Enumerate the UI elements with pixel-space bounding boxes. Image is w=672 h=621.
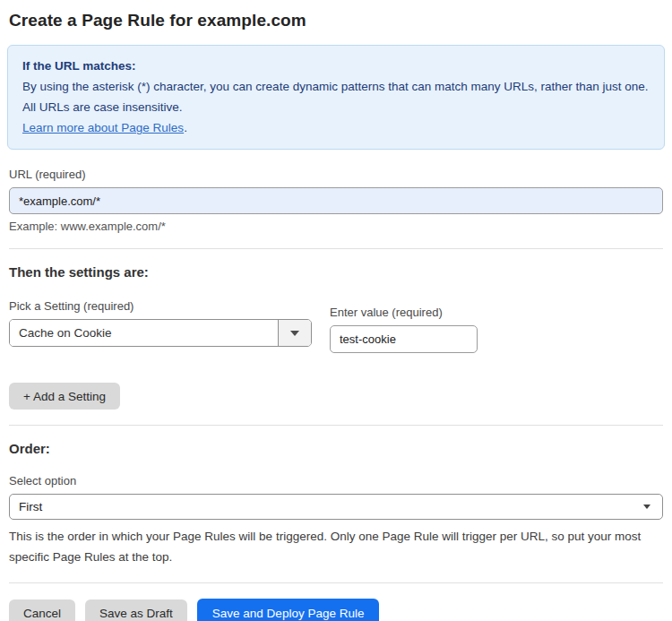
setting-value-label: Enter value (required): [330, 306, 478, 319]
divider: [9, 248, 663, 249]
info-box-body: By using the asterisk (*) character, you…: [22, 76, 650, 117]
cancel-button[interactable]: Cancel: [9, 599, 75, 621]
divider: [9, 582, 663, 583]
setting-value-group: Enter value (required): [330, 306, 478, 353]
setting-picker-group: Pick a Setting (required) Cache on Cooki…: [9, 299, 312, 353]
setting-value-input[interactable]: [330, 325, 478, 353]
url-field-group: URL (required) Example: www.example.com/…: [9, 168, 663, 233]
order-section: Order: Select option First This is the o…: [9, 441, 663, 567]
order-select-value: First: [19, 500, 42, 513]
url-input[interactable]: [9, 187, 663, 214]
setting-select-arrow-button[interactable]: [278, 320, 311, 346]
settings-section: Then the settings are: Pick a Setting (r…: [9, 264, 663, 410]
add-setting-button[interactable]: + Add a Setting: [9, 383, 120, 410]
setting-select[interactable]: Cache on Cookie: [9, 319, 312, 347]
order-select[interactable]: First: [9, 494, 663, 520]
link-suffix: .: [184, 121, 187, 134]
info-box-link-line: Learn more about Page Rules.: [22, 117, 650, 138]
learn-more-link[interactable]: Learn more about Page Rules: [22, 121, 184, 134]
footer-actions: Cancel Save as Draft Save and Deploy Pag…: [9, 599, 663, 621]
chevron-down-icon: [643, 505, 650, 509]
url-field-label: URL (required): [9, 168, 663, 181]
settings-row: Pick a Setting (required) Cache on Cooki…: [9, 299, 663, 353]
url-match-info-box: If the URL matches: By using the asteris…: [7, 45, 665, 150]
order-helper-text: This is the order in which your Page Rul…: [9, 526, 663, 567]
setting-picker-label: Pick a Setting (required): [9, 299, 312, 313]
url-field-helper: Example: www.example.com/*: [9, 220, 663, 233]
divider: [9, 425, 663, 426]
order-heading: Order:: [9, 441, 663, 456]
save-as-draft-button[interactable]: Save as Draft: [85, 599, 187, 621]
order-select-label: Select option: [9, 474, 663, 487]
info-box-heading: If the URL matches:: [22, 56, 650, 76]
settings-heading: Then the settings are:: [9, 264, 663, 280]
save-and-deploy-button[interactable]: Save and Deploy Page Rule: [197, 599, 380, 621]
page-rule-form: Create a Page Rule for example.com If th…: [0, 0, 672, 621]
chevron-down-icon: [290, 331, 299, 336]
setting-select-value: Cache on Cookie: [10, 320, 278, 346]
page-title: Create a Page Rule for example.com: [9, 11, 663, 30]
